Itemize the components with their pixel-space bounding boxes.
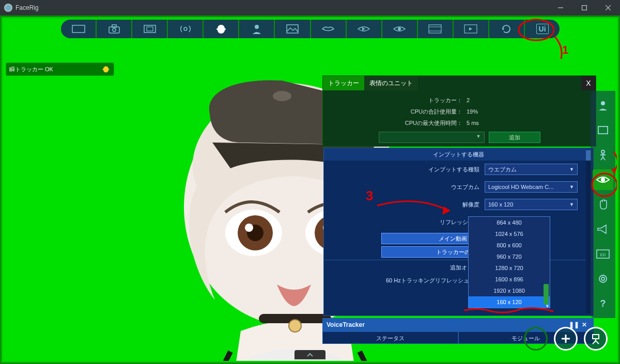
app-icon (4, 4, 12, 12)
action-placeholder (524, 327, 548, 351)
right-sidebar: ED ? (591, 91, 615, 318)
svg-rect-9 (147, 27, 153, 31)
svg-point-33 (601, 101, 605, 105)
resolution-option[interactable]: 800 x 600 (469, 240, 550, 251)
resolution-option[interactable]: 864 x 480 (469, 217, 550, 228)
add-circle-button[interactable] (554, 327, 578, 351)
sidebar-background-button[interactable] (593, 120, 613, 140)
app-window: FaceRig (0, 0, 620, 364)
sidebar-pose-button[interactable] (593, 145, 613, 165)
add-tracker-button[interactable]: 追加 (489, 132, 540, 143)
ed-icon: ED (596, 249, 610, 259)
tracker-count-value: 2 (467, 97, 498, 103)
sidebar-help-button[interactable]: ? (593, 293, 613, 314)
cpu-total-label: CPUの合計使用量： (328, 108, 467, 116)
svg-rect-12 (287, 25, 298, 33)
toolbar-picture-button[interactable] (274, 20, 309, 38)
sidebar-avatar-button[interactable] (593, 95, 613, 116)
face-icon (215, 24, 227, 34)
resolution-option[interactable]: 960 x 720 (469, 251, 550, 262)
resolution-option[interactable]: 1280 x 720 (469, 262, 550, 274)
app-title: FaceRig (16, 4, 549, 11)
chevron-up-icon (306, 352, 314, 357)
toolbar-person-button[interactable] (238, 20, 274, 38)
client-area: Ui 瞬トラッカー OK (0, 15, 620, 364)
panel-close-button[interactable]: X (581, 76, 596, 90)
sidebar-megaphone-button[interactable] (593, 219, 613, 240)
toolbar-face-button[interactable] (203, 20, 238, 38)
tripod-camera-icon (590, 333, 602, 344)
svg-point-22 (273, 91, 291, 101)
svg-rect-44 (593, 335, 599, 339)
toolbar-ui-button[interactable]: Ui (524, 20, 560, 38)
svg-point-35 (601, 150, 605, 153)
top-toolbar: Ui (61, 20, 560, 38)
bottom-actions (524, 327, 608, 351)
minimize-button[interactable] (549, 0, 572, 15)
svg-point-36 (601, 178, 605, 182)
toolbar-broadcast-button[interactable] (167, 20, 203, 38)
toolbar-camera-button[interactable] (96, 20, 131, 38)
input-device-panel: インプットする機器 インプットする種類 ウエブカム▼ ウエブカム Logicoo… (323, 148, 594, 316)
person-icon (252, 24, 262, 34)
svg-point-14 (398, 27, 401, 30)
resolution-combo[interactable]: 160 x 120▼ (485, 199, 578, 210)
titlebar: FaceRig (0, 0, 620, 15)
toolbar-film-play-button[interactable] (453, 20, 488, 38)
bottom-handle[interactable] (295, 350, 326, 359)
megaphone-icon (597, 224, 609, 234)
maximize-button[interactable] (572, 0, 596, 15)
svg-rect-6 (112, 25, 116, 27)
tab-tracker[interactable]: トラッカー (323, 76, 364, 90)
webcam-combo[interactable]: Logicool HD Webcam C...▼ (485, 181, 578, 193)
minimize-icon (558, 5, 563, 10)
cpu-max-value: 5 ms (467, 120, 498, 126)
sidebar-settings-button[interactable] (593, 268, 613, 289)
svg-line-46 (593, 341, 596, 344)
input-type-combo[interactable]: ウエブカム▼ (485, 164, 578, 175)
maximize-icon (582, 5, 587, 10)
sidebar-ed-button[interactable]: ED (593, 244, 613, 264)
toolbar-eye-play-button[interactable] (346, 20, 381, 38)
svg-point-11 (255, 25, 259, 29)
sidebar-eye-button[interactable] (593, 169, 613, 190)
eye-settings-icon (596, 175, 610, 185)
voicetracker-status-tab[interactable]: ステータス (322, 331, 458, 344)
toolbar-film-button[interactable] (417, 20, 453, 38)
tracker-status-text: 瞬トラッカー OK (9, 66, 53, 73)
gear-icon (597, 273, 609, 284)
dropdown-scrollbar[interactable] (544, 284, 549, 305)
sidebar-hand-button[interactable] (593, 194, 613, 215)
voicetracker-title: VoiceTracker (327, 321, 365, 328)
screen-icon (597, 124, 609, 136)
resolution-option-selected[interactable]: 160 x 120 (469, 296, 550, 308)
resolution-option[interactable]: 1024 x 576 (469, 228, 550, 240)
resolution-dropdown[interactable]: 864 x 480 1024 x 576 800 x 600 960 x 720… (468, 216, 550, 308)
svg-line-47 (596, 341, 599, 344)
picture-icon (286, 24, 299, 34)
toolbar-screen-button[interactable] (131, 20, 167, 38)
additional-options-header: 追加オ (324, 261, 593, 274)
svg-text:1: 1 (562, 43, 568, 56)
face-status-icon (101, 66, 111, 73)
resolution-label: 解像度 (324, 201, 485, 209)
chevron-down-icon: ▼ (569, 202, 574, 207)
tracker-status-badge: 瞬トラッカー OK (6, 62, 114, 76)
toolbar-lips-button[interactable] (310, 20, 346, 38)
viewport: Ui 瞬トラッカー OK (2, 17, 618, 362)
camera-circle-button[interactable] (584, 327, 608, 351)
cpu-max-label: CPUの最大使用時間： (328, 119, 467, 127)
reload-icon (501, 24, 512, 34)
toolbar-aspect-button[interactable] (61, 20, 96, 38)
close-button[interactable] (596, 0, 620, 15)
resolution-option[interactable]: 1600 x 896 (469, 274, 550, 285)
eye-rec-icon (393, 25, 406, 33)
tab-expression-units[interactable]: 表情のユニット (364, 76, 418, 90)
toolbar-reload-button[interactable] (488, 20, 524, 38)
tracker-panel: トラッカー 表情のユニット X トラッカー：2 CPUの合計使用量：19% CP… (322, 75, 596, 147)
resolution-option[interactable]: 1920 x 1080 (469, 285, 550, 296)
eye-play-icon (357, 25, 370, 33)
webcam-label: ウエブカム (324, 183, 485, 191)
toolbar-eye-rec-button[interactable] (381, 20, 417, 38)
tracker-select[interactable]: ▼ (379, 132, 485, 143)
